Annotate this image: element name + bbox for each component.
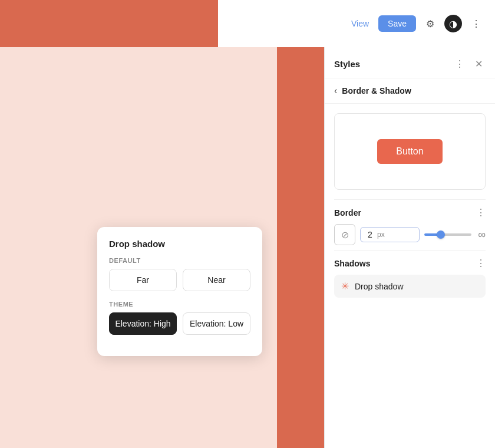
link-icon: ∞ (478, 229, 486, 241)
panel-title: Styles (334, 59, 360, 69)
shadow-item[interactable]: ✳ Drop shadow (334, 275, 486, 298)
view-button[interactable]: View (346, 15, 374, 32)
border-value-box: 2 px (360, 227, 420, 242)
slider-thumb (437, 230, 445, 239)
option-near-button[interactable]: Near (183, 269, 250, 291)
border-menu-icon: ⋮ (476, 207, 486, 218)
panel-close-button[interactable]: ✕ (471, 57, 486, 71)
preview-button[interactable]: Button (377, 139, 442, 164)
styles-panel: Styles ⋮ ✕ ‹ Border & Shadow Button Bord… (324, 47, 495, 448)
shadows-menu-icon: ⋮ (476, 258, 486, 268)
theme-options-row: Elevation: High Elevation: Low (109, 312, 250, 335)
border-slider[interactable] (424, 233, 471, 236)
border-slider-container (424, 233, 473, 236)
panel-header-icons: ⋮ ✕ (453, 57, 486, 71)
preview-area: Button (334, 113, 486, 190)
border-section: Border ⋮ ⊘ 2 px ∞ (325, 200, 495, 250)
border-menu-button[interactable]: ⋮ (476, 207, 486, 218)
link-button[interactable]: ∞ (478, 229, 486, 241)
shadow-icon: ✳ (341, 281, 349, 292)
shadows-section-title: Shadows (334, 259, 370, 268)
border-section-title: Border (334, 208, 361, 218)
shadow-label: Drop shadow (355, 282, 404, 291)
save-button[interactable]: Save (378, 15, 416, 32)
panel-more-button[interactable]: ⋮ (453, 57, 467, 71)
shadows-section: Shadows ⋮ ✳ Drop shadow (325, 251, 495, 302)
border-section-header: Border ⋮ (334, 207, 486, 218)
option-elevation-high-button[interactable]: Elevation: High (109, 312, 177, 335)
darkmode-icon: ◑ (449, 18, 457, 29)
default-section-label: DEFAULT (109, 257, 250, 264)
drop-shadow-popup: Drop shadow DEFAULT Far Near THEME Eleva… (97, 227, 262, 356)
border-value: 2 (365, 230, 375, 239)
option-far-button[interactable]: Far (109, 269, 177, 291)
breadcrumb-back-button[interactable]: ‹ (334, 85, 337, 96)
more-button[interactable]: ⋮ (467, 14, 486, 33)
shadows-section-header: Shadows ⋮ (334, 258, 486, 269)
popup-title: Drop shadow (109, 239, 250, 249)
back-icon: ‹ (334, 85, 337, 95)
no-border-button[interactable]: ⊘ (334, 224, 355, 245)
more-icon: ⋮ (471, 18, 481, 29)
default-options-row: Far Near (109, 269, 250, 291)
close-icon: ✕ (475, 58, 483, 70)
breadcrumb-label: Border & Shadow (342, 86, 411, 95)
shadows-menu-button[interactable]: ⋮ (476, 258, 486, 269)
no-border-icon: ⊘ (341, 229, 349, 241)
panel-more-icon: ⋮ (455, 58, 464, 70)
breadcrumb: ‹ Border & Shadow (325, 78, 495, 104)
topbar-controls: View Save ⚙ ◑ ⋮ (218, 0, 495, 47)
settings-button[interactable]: ⚙ (421, 14, 440, 33)
panel-header: Styles ⋮ ✕ (325, 47, 495, 78)
darkmode-button[interactable]: ◑ (444, 15, 462, 32)
gear-icon: ⚙ (426, 18, 434, 29)
border-controls-row: ⊘ 2 px ∞ (334, 224, 486, 245)
option-elevation-low-button[interactable]: Elevation: Low (183, 312, 250, 335)
border-unit: px (377, 230, 385, 239)
theme-section-label: THEME (109, 301, 250, 308)
